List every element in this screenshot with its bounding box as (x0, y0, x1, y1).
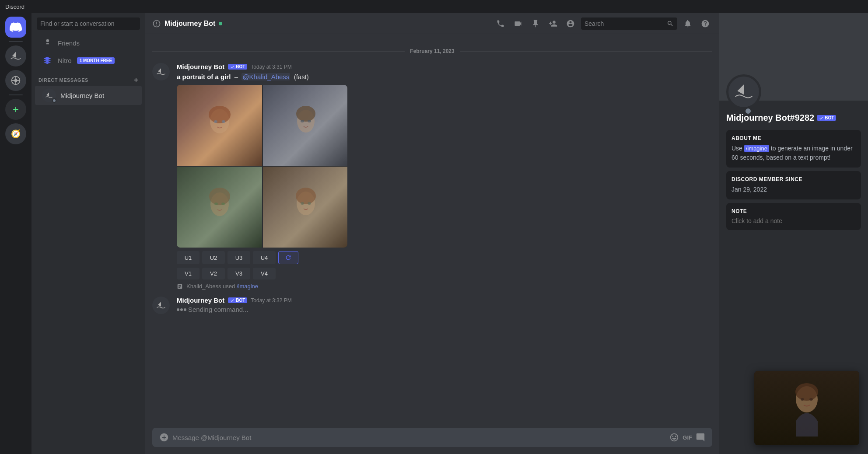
search-icon (667, 20, 674, 27)
refresh-button[interactable] (278, 251, 298, 264)
svg-point-16 (301, 202, 304, 205)
slash-command: /imagine (237, 283, 258, 290)
u3-button[interactable]: U3 (228, 251, 250, 264)
call-button[interactable] (494, 17, 508, 31)
svg-point-3 (209, 106, 231, 123)
gif-button[interactable]: GIF (682, 434, 692, 441)
add-dm-button[interactable]: + (134, 76, 138, 84)
message-suffix: (fast) (294, 73, 309, 80)
v4-button[interactable]: V4 (253, 268, 276, 279)
message-item-2: Midjourney Bot BOT Today at 3:32 PM Send… (145, 295, 719, 316)
system-text: Khalid_Abess used /imagine (186, 283, 258, 290)
image-cell-tr[interactable] (263, 85, 347, 166)
image-cell-tl[interactable] (177, 85, 262, 166)
nitro-badge: 1 MONTH FREE (77, 57, 115, 64)
member-since-date: Jan 29, 2022 (732, 185, 856, 194)
u1-button[interactable]: U1 (177, 251, 200, 264)
profile-bot-badge: BOT (817, 115, 836, 121)
search-bar-container: Find or start a conversation (32, 13, 145, 34)
video-button[interactable] (511, 17, 525, 31)
friends-icon (42, 38, 52, 48)
about-highlight: /imagine (744, 145, 769, 152)
message-input-area: GIF (145, 428, 719, 454)
status-indicator (52, 98, 56, 103)
explore-button[interactable]: 🧭 (5, 123, 26, 144)
app-title: Discord (5, 3, 24, 10)
svg-point-7 (296, 106, 315, 122)
discord-home-button[interactable] (5, 17, 26, 38)
loading-dots (177, 308, 186, 311)
server-icon-1[interactable] (5, 45, 26, 66)
svg-point-12 (214, 203, 218, 205)
emoji-button[interactable] (669, 433, 679, 442)
message-body: Midjourney Bot BOT Today at 3:31 PM a po… (177, 63, 712, 279)
video-feed (754, 371, 859, 445)
attach-file-button[interactable] (159, 433, 169, 442)
message-item: Midjourney Bot BOT Today at 3:31 PM a po… (145, 61, 719, 281)
message-input-box: GIF (152, 428, 712, 447)
image-grid (177, 85, 347, 248)
pin-button[interactable] (528, 17, 542, 31)
find-conversation-input[interactable]: Find or start a conversation (37, 17, 140, 30)
messages-area[interactable]: February 11, 2023 Midjourney Bot BOT (145, 34, 719, 428)
direct-messages-label: DIRECT MESSAGES (38, 77, 88, 83)
image-cell-bl[interactable] (177, 167, 262, 248)
bot-badge: BOT (228, 64, 247, 70)
svg-point-21 (809, 398, 813, 401)
nitro-nav-item[interactable]: Nitro 1 MONTH FREE (35, 52, 142, 69)
note-title: NOTE (732, 208, 856, 214)
sidebar-divider (9, 41, 23, 42)
direct-messages-header: DIRECT MESSAGES + (32, 69, 145, 86)
v2-button[interactable]: V2 (202, 268, 225, 279)
message-bold: a portrait of a girl (177, 73, 231, 80)
about-me-text: Use /imagine to generate an image in und… (732, 144, 856, 162)
message-input-field[interactable] (172, 434, 666, 441)
add-friend-button[interactable] (546, 17, 560, 31)
u2-button[interactable]: U2 (202, 251, 225, 264)
message-avatar-bot (152, 63, 170, 80)
profile-avatar-large (726, 74, 761, 109)
svg-point-20 (801, 398, 804, 401)
sidebar-divider-2 (9, 94, 23, 95)
svg-point-0 (14, 79, 18, 82)
dm-item-midjourney[interactable]: Midjourney Bot (35, 86, 142, 105)
dm-avatar-midjourney (42, 88, 56, 102)
image-cell-br[interactable] (263, 167, 347, 248)
profile-status-ring (744, 107, 752, 115)
help-button[interactable] (698, 17, 712, 31)
message-header-2: Midjourney Bot BOT Today at 3:32 PM (177, 297, 712, 304)
profile-button[interactable] (564, 17, 578, 31)
message-body-2: Midjourney Bot BOT Today at 3:32 PM Send… (177, 297, 712, 314)
message-author: Midjourney Bot (177, 63, 224, 70)
inbox-button[interactable] (681, 17, 695, 31)
svg-point-19 (795, 383, 818, 401)
command-icon (177, 283, 183, 290)
video-call-thumbnail[interactable] (754, 371, 859, 445)
v1-button[interactable]: V1 (177, 268, 200, 279)
server-icon-2[interactable] (5, 70, 26, 91)
add-server-button[interactable]: + (5, 99, 26, 120)
search-input[interactable]: Search (581, 17, 677, 30)
friends-label: Friends (58, 39, 80, 47)
message-content: a portrait of a girl – @Khalid_Abess (fa… (177, 72, 712, 81)
mention-tag: @Khalid_Abess (242, 73, 290, 80)
topbar-left: Midjourney Bot (152, 19, 488, 28)
profile-username: Midjourney Bot#9282 (726, 113, 814, 123)
titlebar: Discord (0, 0, 868, 13)
svg-point-8 (301, 120, 304, 122)
main-content: Midjourney Bot (145, 13, 719, 454)
about-me-title: ABOUT ME (732, 135, 856, 141)
note-section[interactable]: NOTE (726, 203, 861, 230)
note-input[interactable] (732, 217, 856, 224)
u4-button[interactable]: U4 (253, 251, 276, 264)
nitro-label: Nitro (58, 57, 72, 64)
sticker-button[interactable] (696, 433, 705, 442)
channel-sidebar: Find or start a conversation Friends Nit… (32, 13, 145, 454)
svg-point-15 (296, 188, 316, 204)
message-author-2: Midjourney Bot (177, 297, 224, 304)
svg-point-11 (209, 188, 230, 205)
v3-button[interactable]: V3 (228, 268, 250, 279)
action-buttons-row1: U1 U2 U3 U4 (177, 251, 712, 264)
friends-nav-item[interactable]: Friends (35, 34, 142, 52)
message-header: Midjourney Bot BOT Today at 3:31 PM (177, 63, 712, 70)
